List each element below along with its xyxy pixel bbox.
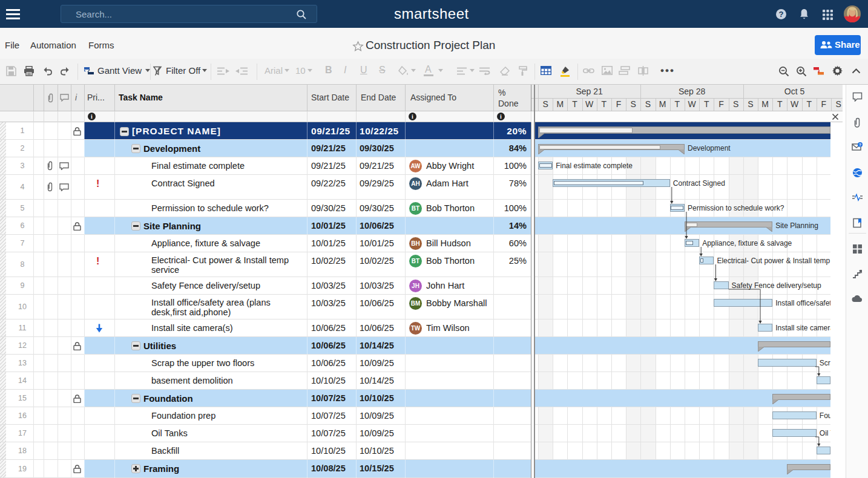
svg-text:?: ? — [859, 143, 861, 147]
